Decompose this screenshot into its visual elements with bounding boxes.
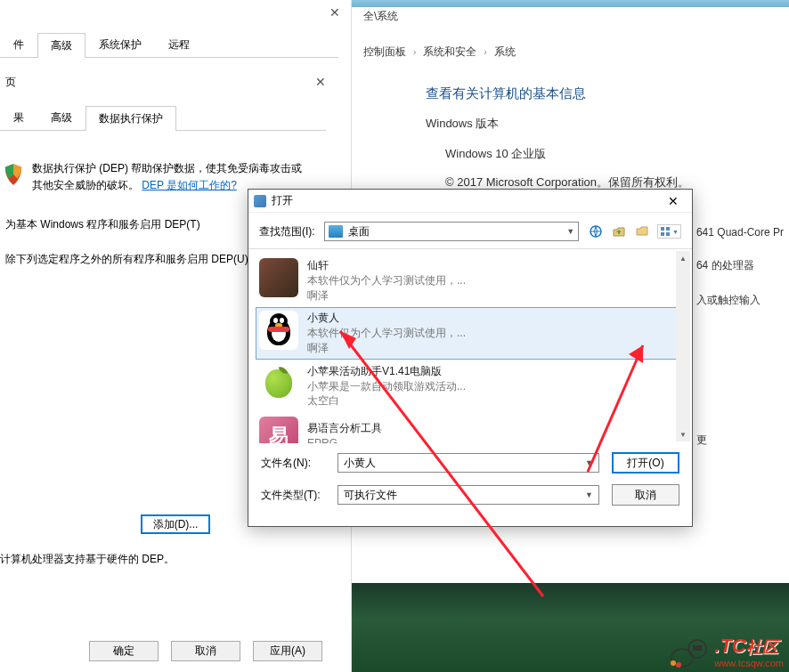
open-button[interactable]: 打开(O) — [612, 452, 679, 474]
cancel-button[interactable]: 取消 — [171, 641, 240, 661]
cancel-button[interactable]: 取消 — [612, 484, 679, 506]
scroll-up-icon[interactable]: ▲ — [676, 251, 690, 265]
tab-remote[interactable]: 远程 — [155, 32, 203, 57]
filename-input[interactable]: 小黄人 ▼ — [338, 453, 599, 473]
control-panel-path: 全\系统 — [363, 9, 398, 24]
apply-button[interactable]: 应用(A) — [253, 641, 322, 661]
performance-tabs: 果 高级 数据执行保护 — [0, 105, 326, 131]
file-item[interactable]: 仙轩 本软件仅为个人学习测试使用，... 啊泽 — [256, 255, 685, 306]
svg-point-13 — [676, 662, 681, 668]
windows-version: Windows 10 企业版 — [445, 146, 689, 162]
recent-icon[interactable] — [588, 223, 604, 239]
chevron-right-icon: › — [413, 47, 416, 57]
file-name: 小黄人 — [307, 311, 466, 326]
file-name: 小苹果活动助手V1.41电脑版 — [307, 364, 466, 379]
shield-icon — [4, 164, 23, 187]
yi-icon: 易 — [259, 417, 298, 443]
dialog-titlebar[interactable]: 打开 ✕ — [248, 190, 692, 213]
dep-hardware-note: 计算机处理器支持基于硬件的 DEP。 — [0, 552, 175, 567]
breadcrumb-item[interactable]: 系统和安全 — [423, 45, 476, 60]
performance-options-header: 页 — [5, 75, 16, 90]
close-icon[interactable]: ✕ — [329, 5, 340, 20]
tab-advanced2[interactable]: 高级 — [37, 105, 85, 130]
app-icon — [254, 195, 266, 207]
watermark: .TC社区 www.tcsqw.com — [666, 633, 784, 668]
breadcrumb-item[interactable]: 控制面板 — [363, 45, 406, 60]
file-description: EPRG — [307, 436, 382, 443]
file-author: 啊泽 — [307, 341, 466, 356]
file-item[interactable]: 小黄人 本软件仅为个人学习测试使用，... 啊泽 — [256, 307, 685, 359]
dep-help-link[interactable]: DEP 是如何工作的? — [142, 179, 236, 191]
svg-rect-11 — [693, 645, 702, 651]
filetype-combo[interactable]: 可执行文件 ▼ — [338, 485, 599, 505]
watermark-mascot-icon — [666, 633, 711, 668]
file-description: 本软件仅为个人学习测试使用，... — [307, 326, 466, 341]
ok-button[interactable]: 确定 — [89, 641, 159, 661]
chevron-down-icon: ▼ — [585, 490, 593, 499]
dep-radio-all-except[interactable]: 除下列选定程序之外的所有程序和服务启用 DEP(U) — [0, 252, 248, 267]
spec-arch: 64 的处理器 — [696, 258, 784, 273]
dep-radio-essential[interactable]: 为基本 Windows 程序和服务启用 DEP(T) — [0, 217, 200, 232]
watermark-url: www.tcsqw.com — [714, 658, 784, 668]
tab-effects[interactable]: 果 — [0, 105, 37, 130]
svg-rect-1 — [661, 227, 664, 231]
close-icon[interactable]: ✕ — [315, 75, 326, 89]
lookin-combo[interactable]: 桌面 ▼ — [324, 222, 579, 241]
new-folder-icon[interactable] — [634, 223, 650, 239]
open-file-dialog: 打开 ✕ 查找范围(I): 桌面 ▼ ▼ — [248, 189, 693, 527]
qq-penguin-icon — [259, 311, 298, 350]
breadcrumb-item[interactable]: 系统 — [494, 45, 516, 60]
file-description: 本软件仅为个人学习测试使用，... — [307, 273, 466, 288]
chevron-right-icon: › — [484, 47, 486, 57]
windows-version-header: Windows 版本 — [426, 116, 689, 132]
tab-hardware[interactable]: 件 — [0, 32, 37, 57]
svg-point-12 — [671, 660, 676, 666]
up-one-level-icon[interactable] — [611, 223, 627, 239]
add-button[interactable]: 添加(D)... — [141, 514, 210, 534]
spec-touch: 入或触控输入 — [696, 293, 784, 308]
scrollbar[interactable]: ▲ ▼ — [676, 251, 690, 441]
apple-icon — [259, 364, 298, 403]
chevron-down-icon: ▼ — [585, 458, 593, 467]
system-properties-tabs: 件 高级 系统保护 远程 — [0, 32, 338, 58]
svg-rect-2 — [666, 227, 670, 231]
spec-processor: 641 Quad-Core Pr — [696, 226, 784, 239]
dialog-title: 打开 — [272, 193, 293, 208]
file-name: 易语言分析工具 — [307, 421, 382, 436]
svg-rect-3 — [661, 232, 664, 236]
desktop-icon — [329, 225, 343, 238]
filetype-label: 文件类型(T): — [261, 488, 325, 503]
tab-protection[interactable]: 系统保护 — [85, 32, 155, 57]
system-info-title: 查看有关计算机的基本信息 — [426, 85, 586, 102]
file-name: 仙轩 — [307, 258, 466, 273]
close-icon[interactable]: ✕ — [660, 194, 687, 208]
view-menu-icon[interactable]: ▼ — [657, 224, 681, 239]
file-item[interactable]: 易 易语言分析工具 EPRG — [256, 413, 685, 443]
tab-dep[interactable]: 数据执行保护 — [85, 106, 176, 131]
filename-label: 文件名(N): — [261, 456, 325, 471]
svg-rect-4 — [666, 232, 670, 236]
file-item[interactable]: 小苹果活动助手V1.41电脑版 小苹果是一款自动领取游戏活动... 太空白 — [256, 360, 685, 412]
file-author: 啊泽 — [307, 288, 466, 304]
file-list[interactable]: 仙轩 本软件仅为个人学习测试使用，... 啊泽 小黄人 本软件仅为个人学习测试使… — [248, 249, 692, 443]
lookin-label: 查找范围(I): — [259, 224, 315, 239]
chevron-down-icon: ▼ — [672, 229, 679, 235]
app-icon — [259, 258, 298, 297]
spec-more[interactable]: 更 — [696, 433, 784, 448]
tab-advanced[interactable]: 高级 — [37, 33, 85, 58]
chevron-down-icon: ▼ — [566, 227, 574, 236]
breadcrumb[interactable]: 控制面板 › 系统和安全 › 系统 — [363, 45, 516, 60]
file-author: 太空白 — [307, 393, 466, 409]
file-description: 小苹果是一款自动领取游戏活动... — [307, 379, 466, 394]
scroll-down-icon[interactable]: ▼ — [676, 427, 690, 441]
